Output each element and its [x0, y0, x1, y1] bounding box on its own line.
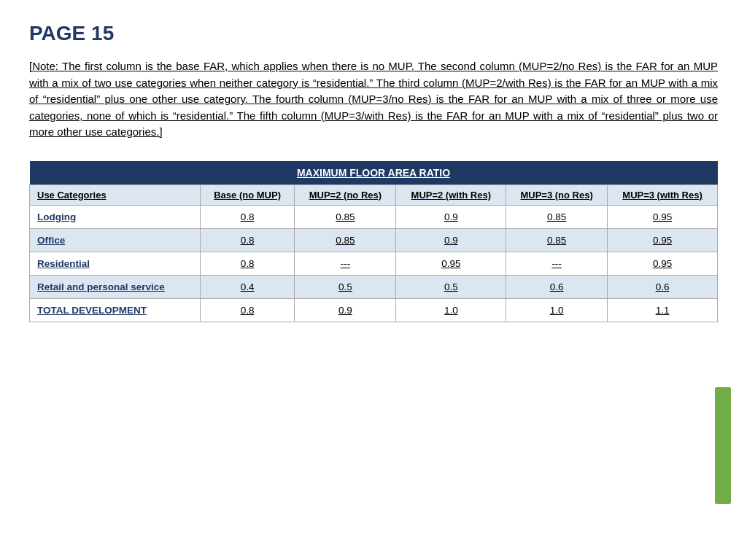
page-title: PAGE 15: [29, 22, 718, 45]
cell-value: 0.95: [608, 205, 718, 228]
cell-category: Residential: [30, 252, 201, 275]
cell-value: ---: [506, 252, 608, 275]
cell-value: 0.9: [396, 228, 506, 252]
cell-value: 0.85: [295, 205, 396, 228]
cell-value: ---: [295, 252, 396, 275]
table-wrapper: MAXIMUM FLOOR AREA RATIO Use Categories …: [29, 161, 718, 322]
cell-value: 1.0: [506, 298, 608, 322]
far-table: MAXIMUM FLOOR AREA RATIO Use Categories …: [29, 161, 718, 322]
cell-value: 0.4: [200, 275, 295, 298]
table-col-header-row: Use Categories Base (no MUP) MUP=2 (no R…: [30, 184, 718, 205]
cell-category: Retail and personal service: [30, 275, 201, 298]
cell-value: 0.95: [396, 252, 506, 275]
cell-value: 0.6: [506, 275, 608, 298]
table-row: Lodging0.80.850.90.850.95: [30, 205, 718, 228]
green-sidebar-decoration: [715, 387, 731, 504]
cell-value: 0.6: [608, 275, 718, 298]
cell-value: 0.8: [200, 205, 295, 228]
cell-value: 1.1: [608, 298, 718, 322]
col-header-mup3-with-res: MUP=3 (with Res): [608, 184, 718, 205]
cell-value: 0.5: [295, 275, 396, 298]
table-row: Residential0.8---0.95---0.95: [30, 252, 718, 275]
cell-value: 0.85: [506, 205, 608, 228]
cell-value: 0.8: [200, 252, 295, 275]
table-row: Office0.80.850.90.850.95: [30, 228, 718, 252]
cell-category: Lodging: [30, 205, 201, 228]
cell-value: 0.9: [295, 298, 396, 322]
table-row: Retail and personal service0.40.50.50.60…: [30, 275, 718, 298]
col-header-base: Base (no MUP): [200, 184, 295, 205]
cell-value: 1.0: [396, 298, 506, 322]
cell-category: Office: [30, 228, 201, 252]
table-main-header-row: MAXIMUM FLOOR AREA RATIO: [30, 161, 718, 185]
cell-value: 0.9: [396, 205, 506, 228]
cell-value: 0.95: [608, 228, 718, 252]
cell-value: 0.85: [295, 228, 396, 252]
col-header-use-categories: Use Categories: [30, 184, 201, 205]
col-header-mup2-no-res: MUP=2 (no Res): [295, 184, 396, 205]
col-header-mup3-no-res: MUP=3 (no Res): [506, 184, 608, 205]
table-row: TOTAL DEVELOPMENT0.80.91.01.01.1: [30, 298, 718, 322]
cell-category: TOTAL DEVELOPMENT: [30, 298, 201, 322]
table-body: Lodging0.80.850.90.850.95Office0.80.850.…: [30, 205, 718, 322]
table-main-header: MAXIMUM FLOOR AREA RATIO: [30, 161, 718, 185]
cell-value: 0.95: [608, 252, 718, 275]
cell-value: 0.8: [200, 298, 295, 322]
note-text: [Note: The first column is the base FAR,…: [29, 58, 718, 141]
col-header-mup2-with-res: MUP=2 (with Res): [396, 184, 506, 205]
cell-value: 0.5: [396, 275, 506, 298]
cell-value: 0.8: [200, 228, 295, 252]
cell-value: 0.85: [506, 228, 608, 252]
